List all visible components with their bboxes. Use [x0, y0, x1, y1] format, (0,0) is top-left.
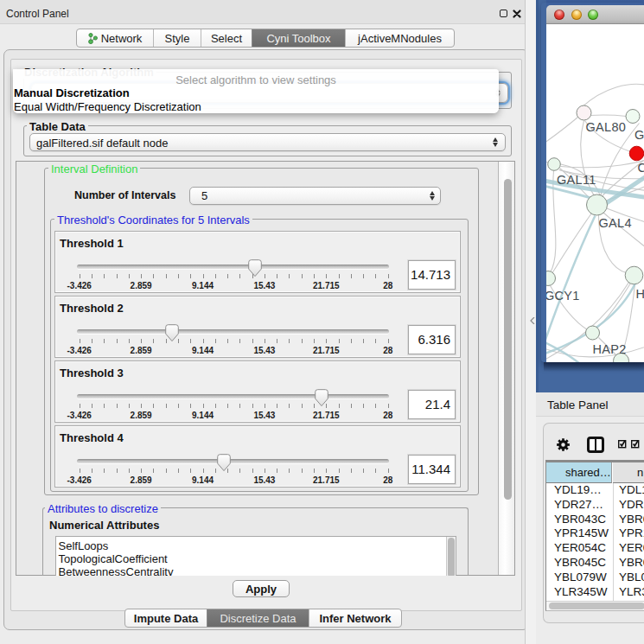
svg-text:C: C [637, 160, 644, 174]
svg-text:HAP2: HAP2 [592, 341, 626, 355]
svg-text:GAL11: GAL11 [557, 172, 596, 186]
svg-text:HI: HI [635, 286, 644, 300]
svg-text:GAL80: GAL80 [585, 119, 626, 133]
svg-text:GCY1: GCY1 [546, 288, 580, 302]
svg-text:GAL4: GAL4 [598, 216, 631, 230]
svg-text:GA: GA [634, 127, 644, 141]
